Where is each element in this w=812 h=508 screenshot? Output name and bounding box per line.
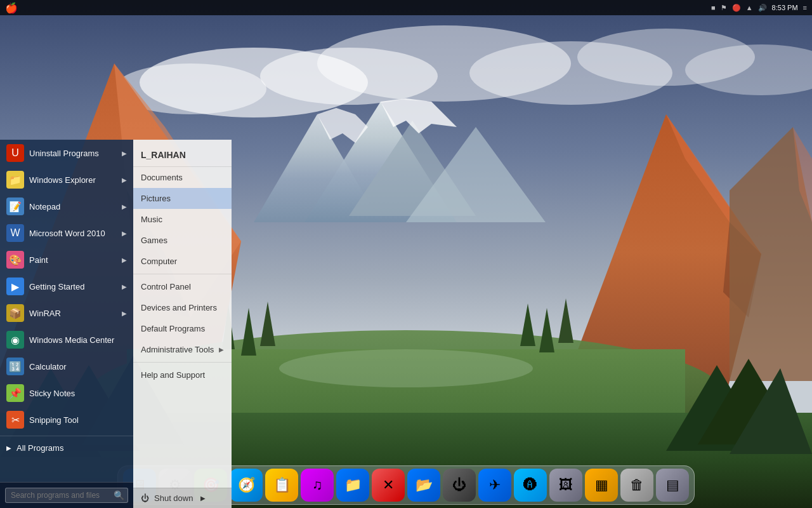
start-item-paint[interactable]: 🎨Paint▶ [0, 246, 133, 273]
dock-item-power[interactable]: ⏻ [443, 469, 476, 502]
start-item-arrow-uninstall: ▶ [122, 150, 127, 157]
all-programs-arrow: ▶ [6, 444, 11, 451]
start-item-arrow-paint: ▶ [122, 257, 127, 264]
start-item-media[interactable]: ◉Windows Media Center [0, 326, 133, 353]
start-item-label-getting-started: Getting Started [29, 282, 117, 291]
search-wrap: 🔍 [5, 488, 128, 503]
battery-icon: 🔴 [732, 4, 741, 12]
start-item-icon-media: ◉ [6, 331, 24, 349]
start-menu-left: UUninstall Programs▶📁Windows Explorer▶📝N… [0, 140, 133, 482]
top-bar-left: 🍎 [5, 2, 18, 14]
right-items-container: DocumentsPicturesMusicGamesComputerContr… [133, 167, 232, 385]
dock-item-extra[interactable]: ▤ [656, 469, 689, 502]
start-item-icon-winrar: 📦 [6, 304, 24, 322]
search-icon[interactable]: 🔍 [114, 490, 124, 500]
search-input[interactable] [5, 488, 128, 503]
start-search-bar: 🔍 [0, 482, 133, 508]
start-item-explorer[interactable]: 📁Windows Explorer▶ [0, 166, 133, 193]
start-item-icon-explorer: 📁 [6, 171, 24, 189]
menu-icon: ≡ [803, 4, 807, 11]
start-item-snipping[interactable]: ✂Snipping Tool [0, 406, 133, 433]
start-item-label-media: Windows Media Center [29, 335, 127, 345]
right-item-admin-tools[interactable]: Administrative Tools▶ [133, 339, 232, 360]
right-item-music[interactable]: Music [133, 209, 232, 230]
right-item-control-panel[interactable]: Control Panel [133, 276, 232, 297]
dock-item-files[interactable]: 📁 [336, 469, 369, 502]
dock-item-itunes[interactable]: ♫ [301, 469, 334, 502]
right-item-label-help: Help and Support [141, 370, 205, 380]
start-item-icon-uninstall: U [6, 144, 24, 162]
start-item-icon-getting-started: ▶ [6, 277, 24, 295]
start-item-getting-started[interactable]: ▶Getting Started▶ [0, 273, 133, 300]
start-item-label-word: Microsoft Word 2010 [29, 229, 117, 238]
right-item-help[interactable]: Help and Support [133, 364, 232, 385]
start-item-label-uninstall: Uninstall Programs [29, 149, 117, 158]
flag-icon: ⚑ [721, 4, 727, 12]
dock-item-mission[interactable]: ▦ [585, 469, 618, 502]
start-item-label-explorer: Windows Explorer [29, 175, 117, 185]
start-menu-right-panel: L_RAIHAN DocumentsPicturesMusicGamesComp… [133, 140, 232, 508]
right-item-pictures[interactable]: Pictures [133, 188, 232, 209]
right-item-label-computer: Computer [141, 257, 177, 266]
right-divider [133, 274, 232, 274]
minimize-icon: ■ [711, 4, 716, 11]
all-programs-item[interactable]: ▶ All Programs [0, 439, 133, 457]
dock-item-cross[interactable]: ✕ [372, 469, 405, 502]
start-item-arrow-notepad: ▶ [122, 203, 127, 210]
right-item-games[interactable]: Games [133, 230, 232, 251]
right-item-devices[interactable]: Devices and Printers [133, 297, 232, 318]
start-menu: UUninstall Programs▶📁Windows Explorer▶📝N… [0, 140, 133, 508]
wifi-icon: ▲ [746, 4, 753, 11]
svg-point-37 [279, 349, 533, 387]
start-item-icon-calculator: 🔢 [6, 358, 24, 375]
start-item-label-paint: Paint [29, 255, 117, 265]
right-item-documents[interactable]: Documents [133, 167, 232, 188]
right-item-default-programs[interactable]: Default Programs [133, 318, 232, 339]
start-item-sticky[interactable]: 📌Sticky Notes [0, 380, 133, 406]
dock-item-safari2[interactable]: ✈ [478, 469, 511, 502]
clock: 8:53 PM [772, 4, 798, 11]
shutdown-bar[interactable]: ⏻ Shut down ▶ [133, 488, 232, 508]
dock-item-photos[interactable]: 🖼 [549, 469, 582, 502]
start-item-arrow-explorer: ▶ [122, 177, 127, 184]
volume-icon: 🔊 [758, 4, 767, 12]
right-item-label-default-programs: Default Programs [141, 324, 205, 333]
top-menu-bar: 🍎 ■ ⚑ 🔴 ▲ 🔊 8:53 PM ≡ [0, 0, 812, 15]
start-item-label-winrar: WinRAR [29, 309, 117, 318]
start-item-arrow-winrar: ▶ [122, 310, 127, 317]
start-item-label-sticky: Sticky Notes [29, 389, 127, 398]
start-items-container: UUninstall Programs▶📁Windows Explorer▶📝N… [0, 140, 133, 433]
dock-item-notes[interactable]: 📋 [265, 469, 298, 502]
shutdown-label: Shut down [154, 493, 193, 503]
start-item-label-notepad: Notepad [29, 202, 117, 211]
start-item-notepad[interactable]: 📝Notepad▶ [0, 193, 133, 220]
start-item-calculator[interactable]: 🔢Calculator [0, 353, 133, 380]
right-divider [133, 362, 232, 363]
right-item-label-documents: Documents [141, 173, 183, 182]
start-item-icon-notepad: 📝 [6, 197, 24, 215]
start-item-winrar[interactable]: 📦WinRAR▶ [0, 300, 133, 326]
dock-item-safari[interactable]: 🧭 [230, 469, 263, 502]
all-programs-label: All Programs [16, 443, 63, 453]
right-item-label-music: Music [141, 215, 162, 224]
dock-item-appstore2[interactable]: 📂 [407, 469, 440, 502]
right-item-computer[interactable]: Computer [133, 251, 232, 272]
right-item-arrow-admin-tools: ▶ [219, 346, 224, 353]
start-item-uninstall[interactable]: UUninstall Programs▶ [0, 140, 133, 166]
start-item-word[interactable]: WMicrosoft Word 2010▶ [0, 220, 133, 246]
right-item-label-pictures: Pictures [141, 194, 171, 203]
dock-item-trash[interactable]: 🗑 [620, 469, 653, 502]
apple-menu-icon[interactable]: 🍎 [5, 2, 18, 14]
start-item-arrow-word: ▶ [122, 230, 127, 237]
start-item-icon-snipping: ✂ [6, 411, 24, 429]
right-item-label-games: Games [141, 236, 167, 245]
dock-item-appstore[interactable]: 🅐 [514, 469, 547, 502]
start-item-label-snipping: Snipping Tool [29, 415, 127, 425]
right-item-label-control-panel: Control Panel [141, 282, 191, 291]
right-item-label-devices: Devices and Printers [141, 303, 217, 312]
start-item-arrow-getting-started: ▶ [122, 283, 127, 290]
start-item-icon-sticky: 📌 [6, 384, 24, 402]
username-label: L_RAIHAN [133, 140, 232, 167]
start-item-icon-word: W [6, 224, 24, 242]
top-bar-right: ■ ⚑ 🔴 ▲ 🔊 8:53 PM ≡ [711, 4, 807, 12]
